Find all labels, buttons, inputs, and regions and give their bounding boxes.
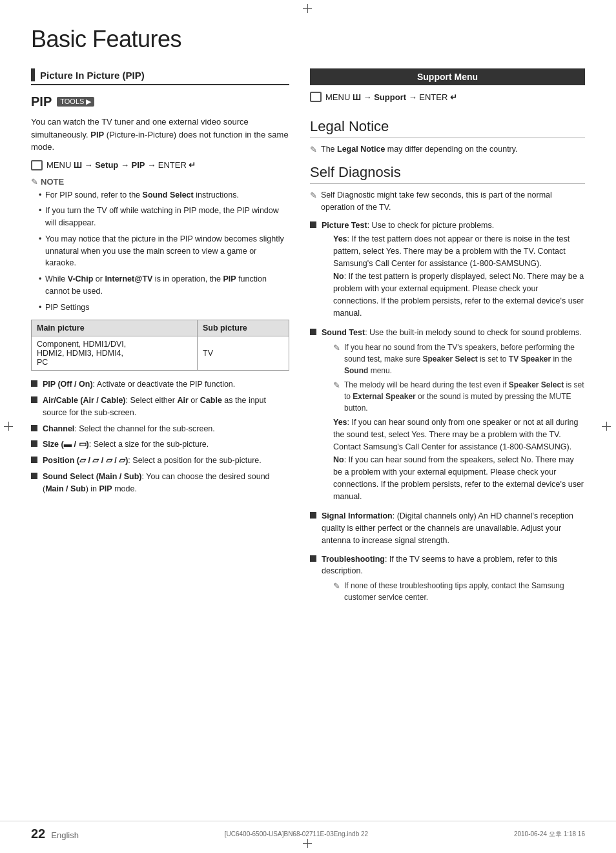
list-item: Air/Cable (Air / Cable): Select either A…: [31, 395, 289, 419]
list-item: Size (▬ / ▭): Select a size for the sub-…: [31, 438, 289, 451]
page-title: Basic Features: [31, 26, 585, 53]
troubleshooting-subnote-text: If none of these troubleshooting tips ap…: [344, 580, 585, 603]
table-header-sub: Sub picture: [198, 320, 289, 336]
note-item: For PIP sound, refer to the Sound Select…: [39, 189, 289, 201]
legal-notice-note: The Legal Notice may differ depending on…: [310, 143, 585, 156]
crosshair-top: [303, 4, 313, 14]
pip-menu-instruction: MENU Ш → Setup → PIP → ENTER ↵: [31, 160, 289, 170]
note-item: PIP Settings: [39, 302, 289, 314]
note-item: While V-Chip or Internet@TV is in operat…: [39, 273, 289, 298]
list-item-text: PIP (Off / On): Activate or deactivate t…: [43, 378, 235, 391]
pencil-icon-diag: [310, 189, 317, 202]
troubleshooting-subnote: If none of these troubleshooting tips ap…: [333, 580, 585, 603]
note-item: If you turn the TV off while watching in…: [39, 205, 289, 229]
page-lang: English: [51, 830, 79, 840]
list-item-troubleshooting: Troubleshooting: If the TV seems to have…: [310, 553, 585, 606]
pencil-icon-legal: [310, 143, 317, 156]
pip-title: PIP: [31, 94, 52, 109]
self-diagnosis-list: Picture Test: Use to check for picture p…: [310, 220, 585, 606]
troubleshooting-text: Troubleshooting: If the TV seems to have…: [322, 555, 557, 576]
square-bullet: [310, 329, 316, 335]
left-column: Picture In Picture (PIP) PIP TOOLS ▶ You…: [31, 68, 289, 501]
page: Basic Features Picture In Picture (PIP) …: [0, 0, 616, 853]
legal-notice-title: Legal Notice: [310, 118, 585, 138]
sound-subnote1-text: If you hear no sound from the TV's speak…: [344, 342, 585, 376]
self-diagnosis-section: Self Diagnosis Self Diagnostic might tak…: [310, 164, 585, 606]
table-cell-sub: TV: [198, 336, 289, 371]
sound-subnote2-text: The melody will be heard during the test…: [344, 379, 585, 414]
sound-test-text: Sound Test: Use the built-in melody soun…: [322, 328, 582, 337]
note-section: NOTE For PIP sound, refer to the Sound S…: [31, 177, 289, 314]
self-diagnosis-intro: Self Diagnostic might take few seconds, …: [310, 189, 585, 214]
square-bullet: [310, 221, 316, 228]
support-menu-box: Support Menu: [310, 68, 585, 85]
pencil-icon: [31, 177, 38, 187]
note-label: NOTE: [41, 177, 64, 187]
footer-file-info: [UC6400-6500-USA]BN68-02711E-03Eng.indb …: [225, 830, 368, 838]
picture-test-text: Picture Test: Use to check for picture p…: [322, 221, 494, 230]
support-menu-label: Support Menu: [417, 72, 478, 82]
sound-test-content: Sound Test: Use the built-in melody soun…: [322, 327, 585, 504]
troubleshooting-content: Troubleshooting: If the TV seems to have…: [322, 553, 585, 606]
footer-date-info: 2010-06-24 오후 1:18 16: [514, 830, 585, 839]
list-item: Channel: Select the channel for the sub-…: [31, 423, 289, 435]
square-bullet: [31, 440, 37, 447]
legal-notice-section: Legal Notice The Legal Notice may differ…: [310, 118, 585, 156]
square-bullet: [31, 457, 37, 463]
crosshair-left: [4, 422, 14, 432]
signal-info-text: Signal Information: (Digital channels on…: [322, 511, 573, 545]
list-item-picture-test: Picture Test: Use to check for picture p…: [310, 220, 585, 320]
section-bar: [31, 68, 35, 81]
list-item-text: Channel: Select the channel for the sub-…: [43, 423, 215, 435]
right-column: Support Menu MENU Ш → Support → ENTER ↵ …: [310, 68, 585, 612]
list-item-text: Sound Select (Main / Sub): You can choos…: [43, 471, 289, 495]
list-item-text: Position (▱ / ▱ / ▱ / ▱): Select a posit…: [43, 455, 262, 467]
page-footer: 22 English [UC6400-6500-USA]BN68-02711E-…: [0, 821, 616, 841]
pip-table: Main picture Sub picture Component, HDMI…: [31, 320, 289, 371]
square-bullet: [310, 555, 316, 562]
page-number: 22: [31, 827, 45, 841]
note-header: NOTE: [31, 177, 289, 187]
page-number-area: 22 English: [31, 827, 79, 841]
list-item: PIP (Off / On): Activate or deactivate t…: [31, 378, 289, 391]
table-header-main: Main picture: [32, 320, 198, 336]
pip-section-header: Picture In Picture (PIP): [31, 68, 289, 85]
pencil-icon-sub1: [333, 342, 340, 355]
square-bullet: [310, 512, 316, 519]
table-cell-main: Component, HDMI1/DVI,HDMI2, HDMI3, HDMI4…: [32, 336, 198, 371]
pip-heading: PIP TOOLS ▶: [31, 94, 289, 109]
tools-badge: TOOLS ▶: [57, 97, 94, 107]
pip-features-list: PIP (Off / On): Activate or deactivate t…: [31, 378, 289, 495]
sound-test-subnote2: The melody will be heard during the test…: [333, 379, 585, 414]
list-item: Sound Select (Main / Sub): You can choos…: [31, 471, 289, 495]
note-item: You may notice that the picture in the P…: [39, 233, 289, 269]
square-bullet: [31, 473, 37, 479]
sound-test-subnote1: If you hear no sound from the TV's speak…: [333, 342, 585, 376]
list-item-sound-test: Sound Test: Use the built-in melody soun…: [310, 327, 585, 504]
menu-icon: [31, 160, 43, 170]
table-row: Component, HDMI1/DVI,HDMI2, HDMI3, HDMI4…: [32, 336, 289, 371]
support-menu-instruction-text: MENU Ш → Support → ENTER ↵: [325, 92, 457, 102]
pencil-icon-sub2: [333, 379, 340, 392]
square-bullet: [31, 380, 37, 387]
signal-info-content: Signal Information: (Digital channels on…: [322, 510, 585, 546]
support-menu-instruction: MENU Ш → Support → ENTER ↵: [310, 92, 585, 102]
sound-test-yes: Yes: If you can hear sound only from one…: [333, 416, 585, 453]
list-item-text: Air/Cable (Air / Cable): Select either A…: [43, 395, 289, 419]
list-item-text: Size (▬ / ▭): Select a size for the sub-…: [43, 438, 209, 451]
self-diagnosis-title: Self Diagnosis: [310, 164, 585, 184]
list-item: Position (▱ / ▱ / ▱ / ▱): Select a posit…: [31, 455, 289, 467]
legal-note-text: The Legal Notice may differ depending on…: [321, 143, 518, 156]
menu-icon-support: [310, 92, 322, 102]
picture-test-content: Picture Test: Use to check for picture p…: [322, 220, 585, 320]
pencil-icon-trouble: [333, 580, 340, 593]
picture-test-no: No: If the test pattern is properly disp…: [333, 271, 585, 319]
note-items-list: For PIP sound, refer to the Sound Select…: [31, 189, 289, 314]
square-bullet: [31, 396, 37, 403]
sound-test-no: No: If you can hear sound from the speak…: [333, 454, 585, 502]
self-diagnosis-intro-text: Self Diagnostic might take few seconds, …: [321, 189, 585, 214]
section-title: Picture In Picture (PIP): [40, 70, 145, 81]
list-item-signal-info: Signal Information: (Digital channels on…: [310, 510, 585, 546]
square-bullet: [31, 425, 37, 431]
picture-test-yes: Yes: If the test pattern does not appear…: [333, 233, 585, 269]
